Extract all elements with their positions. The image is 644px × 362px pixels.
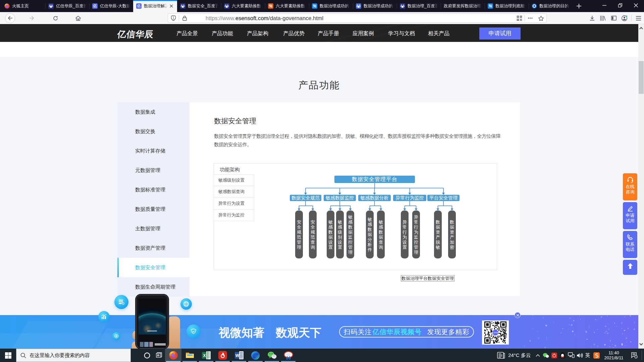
arch-menu-item[interactable]: 敏感数据查询 xyxy=(214,186,254,198)
sidebar-item[interactable]: 数据资产管理 xyxy=(117,238,190,258)
nav-item[interactable]: 相关产品 xyxy=(419,24,459,42)
diagram-l3-char: 敏 xyxy=(379,220,383,225)
qr-scan-icon[interactable] xyxy=(514,14,525,22)
apply-trial-button[interactable]: 申请试用 xyxy=(479,27,521,40)
new-tab-button[interactable] xyxy=(575,2,583,10)
action-center-button[interactable]: 1 xyxy=(628,349,641,362)
nav-item[interactable]: 应用案例 xyxy=(343,24,383,42)
diagram-l3-char: 据 xyxy=(348,230,353,235)
nav-item[interactable]: 学习与文档 xyxy=(381,24,422,42)
tray-sogou-icon[interactable] xyxy=(592,349,601,362)
browser-tab[interactable]: 知 六大要素助推数 xyxy=(265,0,309,12)
sidebar-item[interactable]: 主数据管理 xyxy=(117,219,190,238)
browser-tab[interactable]: 亿信华辰_百度搜 xyxy=(45,0,89,12)
news-weather-icon[interactable] xyxy=(494,349,508,362)
back-button[interactable] xyxy=(5,13,15,23)
taskbar-clock[interactable]: 11:40 2021/8/11 xyxy=(601,349,626,362)
sidebar-item[interactable]: 数据质量管理 xyxy=(117,199,190,219)
nav-item[interactable]: 产品手册 xyxy=(308,24,348,42)
browser-scrollbar[interactable] xyxy=(638,24,644,349)
window-restore-button[interactable] xyxy=(612,0,628,11)
browser-tab[interactable]: 数据治理_百度百 xyxy=(397,0,441,12)
more-actions-icon[interactable] xyxy=(525,14,536,22)
browser-tab[interactable]: 政府要发挥数据治理 xyxy=(441,0,485,12)
nav-item[interactable]: 产品全景 xyxy=(167,24,207,42)
tray-expand-chevron[interactable] xyxy=(534,349,541,362)
browser-tab[interactable]: 知 数据治理到底能 xyxy=(485,0,529,12)
taskbar-search[interactable]: 在这里输入你要搜索的内容 xyxy=(16,349,131,362)
start-button[interactable] xyxy=(0,349,16,362)
taskbar: 在这里输入你要搜索的内容 XW 24°C 多云英 11:40 2021/8/11… xyxy=(0,349,644,362)
nav-item[interactable]: 产品功能 xyxy=(202,24,243,42)
forward-button[interactable] xyxy=(27,13,37,23)
taskbar-app-netease[interactable] xyxy=(214,349,231,362)
bookmark-star-icon[interactable] xyxy=(536,14,546,22)
browser-tab[interactable]: 火狐主页 xyxy=(1,0,45,12)
tray-weather-text[interactable]: 24°C 多云 xyxy=(507,349,532,362)
tray-qq-icon[interactable] xyxy=(558,349,567,362)
sidebar-item[interactable]: 实时计算存储 xyxy=(117,141,190,161)
scrollbar-thumb[interactable] xyxy=(639,61,644,94)
show-desktop-divider[interactable] xyxy=(642,351,642,360)
sidebar-item[interactable]: 数据集成 xyxy=(117,102,190,122)
site-logo[interactable]: 亿信华辰 xyxy=(117,28,154,40)
taskbar-app-word[interactable]: W xyxy=(231,349,247,362)
browser-tab[interactable]: 亿 亿信华辰-大数据 xyxy=(89,0,133,12)
browser-tab[interactable]: 数据治理成功的 xyxy=(353,0,397,12)
reload-button[interactable] xyxy=(50,13,60,23)
browser-tab[interactable]: 数据治理的目的 xyxy=(529,0,573,12)
diagram-l3-char: 全 xyxy=(311,225,315,230)
account-button[interactable] xyxy=(619,13,629,23)
taskbar-app-capcut[interactable] xyxy=(280,349,297,362)
sidebar-item[interactable]: 数据安全管理 xyxy=(117,258,190,277)
tray-network-icon[interactable] xyxy=(567,349,576,362)
browser-tab[interactable]: 亿 数据治理解决 xyxy=(133,0,177,12)
home-button[interactable] xyxy=(73,13,83,23)
url-bar[interactable]: https://www.esensoft.com/data-governance… xyxy=(168,13,547,23)
scroll-down-icon[interactable] xyxy=(639,342,643,346)
arch-menu-item[interactable]: 异常行为监控 xyxy=(214,209,254,221)
sidebar-item[interactable]: 数据生命周期管理 xyxy=(117,277,190,297)
menu-button[interactable] xyxy=(633,13,643,23)
tray-volume-icon[interactable] xyxy=(576,349,584,362)
shield-icon[interactable] xyxy=(168,14,179,22)
online-consult-button[interactable]: 在线咨询 xyxy=(623,173,637,200)
back-to-top-button[interactable] xyxy=(623,260,637,275)
arch-menu-item[interactable]: 异常行为设置 xyxy=(214,198,254,209)
sidebar-item[interactable]: 数据交换 xyxy=(117,122,190,141)
taskbar-app-wechat[interactable] xyxy=(264,349,280,362)
lock-icon[interactable] xyxy=(179,14,190,22)
sidebar-toggle-button[interactable] xyxy=(609,13,619,23)
reload-icon xyxy=(53,16,58,21)
taskbar-app-firefox[interactable] xyxy=(165,349,181,362)
sidebar-item[interactable]: 元数据管理 xyxy=(117,161,190,180)
tab-favicon: 知 xyxy=(488,3,493,9)
diagram-l3-char: 范 xyxy=(311,235,315,240)
sidebar-item[interactable]: 数据标准管理 xyxy=(117,180,190,199)
site-nav: 亿信华辰 产品全景产品功能产品架构产品优势产品手册应用案例学习与文档相关产品 申… xyxy=(0,24,638,42)
tray-ime-indicator[interactable]: 英 xyxy=(584,349,592,362)
browser-tab[interactable]: 数据安全_百度百 xyxy=(177,0,221,12)
contact-phone-button[interactable]: 联系电话 xyxy=(623,231,637,258)
content-heading: 数据安全管理 xyxy=(214,116,256,126)
taskbar-app-excel[interactable]: X xyxy=(198,349,214,362)
scroll-up-icon[interactable] xyxy=(639,26,643,30)
browser-tab[interactable]: 知 数据治理成功的 xyxy=(309,0,353,12)
task-view-button[interactable] xyxy=(153,349,165,362)
cortana-button[interactable] xyxy=(141,349,153,362)
tray-netease-icon[interactable] xyxy=(550,349,558,362)
downloads-button[interactable] xyxy=(587,13,597,23)
browser-tab[interactable]: 六大要素助推数 xyxy=(221,0,265,12)
taskbar-app-edge[interactable] xyxy=(247,349,264,362)
taskbar-app-explorer[interactable] xyxy=(181,349,198,362)
apply-trial-float-button[interactable]: 申请试用 xyxy=(623,202,637,229)
window-close-button[interactable] xyxy=(628,0,644,11)
tray-wechat-icon[interactable] xyxy=(541,349,550,362)
nav-item[interactable]: 产品优势 xyxy=(274,24,314,42)
library-button[interactable] xyxy=(598,13,608,23)
window-minimize-button[interactable] xyxy=(597,0,612,11)
arch-menu-item[interactable]: 敏感级别设置 xyxy=(214,174,254,186)
tab-close-button[interactable] xyxy=(169,3,174,9)
banner-close-button[interactable] xyxy=(515,312,521,318)
nav-item[interactable]: 产品架构 xyxy=(237,24,278,42)
